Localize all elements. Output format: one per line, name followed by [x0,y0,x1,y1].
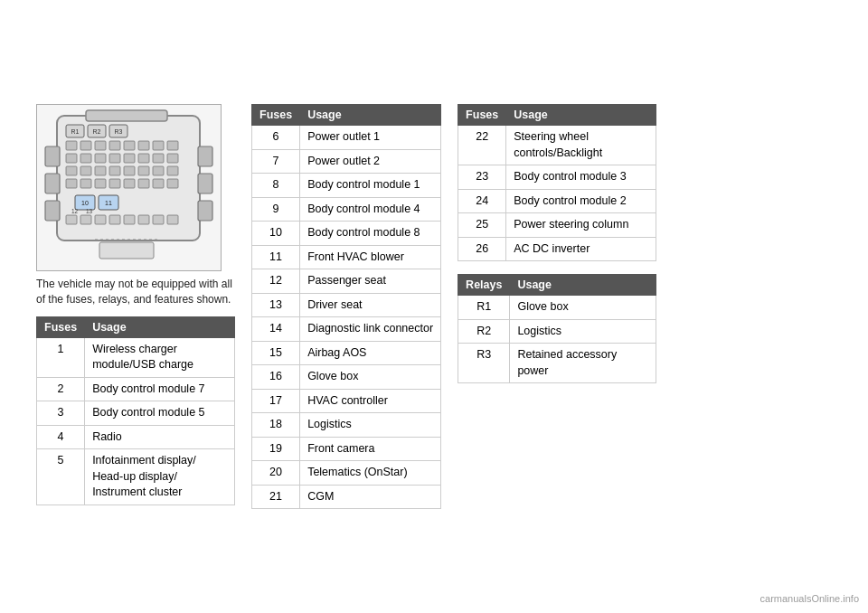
fuse-number: 1 [37,337,85,377]
watermark: carmanualsOnline.info [760,593,859,604]
table-row: 22Steering wheel controls/Backlight [458,126,656,165]
fuse-usage: Body control module 1 [300,174,441,198]
relay-number: R1 [458,296,510,320]
svg-text:12: 12 [71,208,79,214]
table-row: 10Body control module 8 [252,222,441,246]
left-fuse-table: Fuses Usage 1Wireless charger module/USB… [36,316,235,505]
relay-number: R3 [458,344,510,383]
mid-col1-header: Fuses [252,105,300,126]
svg-rect-39 [80,179,91,188]
svg-rect-27 [138,154,149,163]
svg-rect-38 [66,179,77,188]
fuse-number: 17 [252,389,300,413]
table-row: 3Body control module 5 [37,401,235,426]
svg-rect-40 [95,179,106,188]
table-row: 16Glove box [252,365,441,390]
fuse-usage: Driver seat [300,293,441,317]
fuse-usage: Power outlet 1 [300,126,441,150]
fuse-usage: Power steering column [506,213,656,238]
fuse-number: 22 [458,126,506,165]
fuse-usage: Telematics (OnStar) [300,461,441,486]
right-top-col2-header: Usage [506,105,656,126]
table-row: 2Body control module 7 [37,377,235,401]
svg-rect-61 [99,242,154,259]
fuse-number: 15 [252,341,300,365]
fuse-diagram-svg: R1 R2 R3 [41,108,217,267]
svg-rect-24 [95,154,106,163]
svg-text:R3: R3 [115,128,123,135]
svg-text:11: 11 [105,200,112,206]
table-row: 18Logistics [252,413,441,438]
right-bottom-col2-header: Usage [510,275,656,296]
svg-rect-25 [109,154,120,163]
svg-rect-15 [80,141,91,150]
mid-fuse-table: Fuses Usage 6Power outlet 17Power outlet… [251,104,441,509]
fuse-usage: HVAC controller [300,389,441,413]
svg-rect-36 [153,166,164,175]
fuse-number: 5 [37,449,85,505]
svg-rect-17 [109,141,120,150]
table-row: 5Infotainment display/ Head-up display/ … [37,449,235,505]
svg-rect-34 [124,166,135,175]
svg-rect-6 [198,174,212,193]
fuse-usage: Body control module 8 [300,222,441,246]
fuse-usage: Diagnostic link connector [300,317,441,342]
svg-rect-19 [138,141,149,150]
right-top-table: Fuses Usage 22Steering wheel controls/Ba… [458,104,656,261]
table-row: R3Retained accessory power [458,344,656,383]
fuse-number: 10 [252,222,300,246]
svg-text:10: 10 [81,200,89,206]
table-row: 15Airbag AOS [252,341,441,365]
fuse-usage: Passenger seat [300,269,441,294]
fuse-usage: Body control module 4 [300,197,441,222]
svg-rect-54 [124,215,135,224]
fuse-number: 24 [458,189,506,213]
relay-usage: Retained accessory power [510,344,656,383]
svg-text:R1: R1 [71,128,80,135]
fuse-number: 13 [252,293,300,317]
fuse-number: 2 [37,377,85,401]
right-bottom-table: Relays Usage R1Glove boxR2LogisticsR3Ret… [458,274,656,383]
svg-rect-20 [153,141,164,150]
svg-rect-14 [66,141,77,150]
table-row: 21CGM [252,485,441,509]
svg-rect-51 [80,215,91,224]
svg-rect-4 [45,201,60,221]
fuse-number: 4 [37,425,85,449]
svg-rect-44 [153,179,164,188]
fuse-number: 8 [252,174,300,198]
svg-rect-7 [198,201,212,221]
fuse-usage: Infotainment display/ Head-up display/ I… [85,449,235,505]
table-row: 1Wireless charger module/USB charge [37,337,235,377]
fuse-usage: Wireless charger module/USB charge [85,337,235,377]
fuse-usage: Body control module 3 [506,165,656,190]
fuse-usage: Power outlet 2 [300,149,441,174]
fuse-number: 20 [252,461,300,486]
fuse-diagram: R1 R2 R3 [36,104,222,271]
fuse-number: 18 [252,413,300,438]
svg-rect-16 [95,141,106,150]
table-row: 19Front camera [252,437,441,461]
fuse-number: 9 [252,197,300,222]
table-row: R1Glove box [458,296,656,320]
table-row: 6Power outlet 1 [252,126,441,150]
fuse-number: 7 [252,149,300,174]
table-row: 20Telematics (OnStar) [252,461,441,486]
svg-rect-43 [138,179,149,188]
right-column: Fuses Usage 22Steering wheel controls/Ba… [458,104,656,383]
svg-rect-33 [109,166,120,175]
table-row: 7Power outlet 2 [252,149,441,174]
svg-rect-32 [95,166,106,175]
fuse-number: 23 [458,165,506,190]
right-bottom-section: Relays Usage R1Glove boxR2LogisticsR3Ret… [458,274,656,383]
relay-number: R2 [458,319,510,344]
fuse-usage: Airbag AOS [300,341,441,365]
fuse-usage: Steering wheel controls/Backlight [506,126,656,165]
fuse-number: 19 [252,437,300,461]
table-row: 23Body control module 3 [458,165,656,190]
table-row: 12Passenger seat [252,269,441,294]
svg-rect-35 [138,166,149,175]
svg-rect-28 [153,154,164,163]
right-bottom-col1-header: Relays [458,275,510,296]
svg-rect-57 [167,215,178,224]
